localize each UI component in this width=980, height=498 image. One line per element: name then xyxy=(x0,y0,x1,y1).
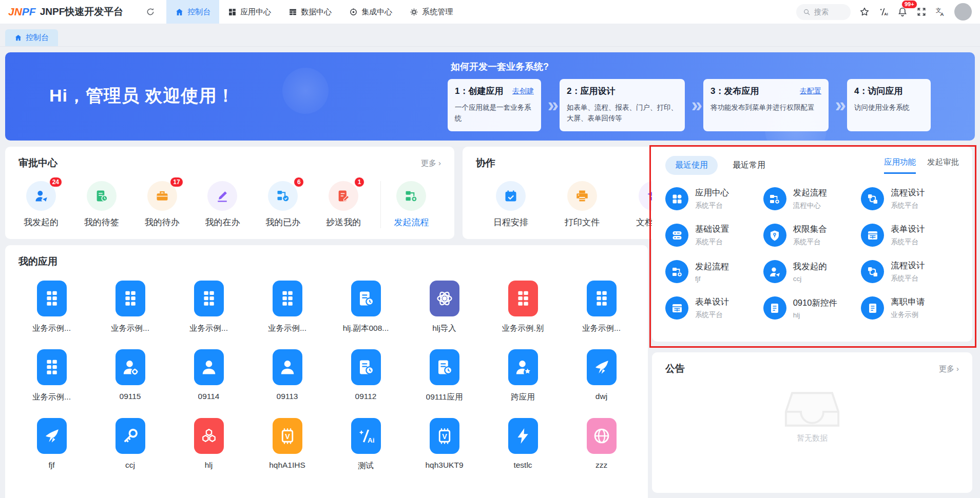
app-tile-fjf[interactable]: fjf xyxy=(12,418,91,471)
nav-item-label: 集成中心 xyxy=(361,7,392,17)
quick-item-icon xyxy=(671,302,683,314)
app-tile-biz-demo-5[interactable]: 业务示例... xyxy=(562,281,641,334)
search-box[interactable] xyxy=(796,4,851,20)
app-tile-label: 业务示例... xyxy=(32,323,71,334)
guide-step-title: 2：应用设计 xyxy=(567,85,615,97)
feature-item-start-flow[interactable]: 发起流程 xyxy=(380,181,442,228)
app-tile-hlj-copy-008[interactable]: hlj.副本008... xyxy=(326,281,405,334)
app-tile-app-09114[interactable]: 09114 xyxy=(169,349,248,403)
nav-item-integration-center[interactable]: 集成中心 xyxy=(340,0,401,24)
app-tile-biz-demo-4[interactable]: 业务示例... xyxy=(248,281,326,334)
quick-item-my-initiated-ccj[interactable]: 我发起的 ccj xyxy=(763,260,861,283)
approval-more-link[interactable]: 更多› xyxy=(421,158,441,168)
nav-item-label: 控制台 xyxy=(187,7,210,17)
app-tile-hqh3UKT9[interactable]: hqh3UKT9 xyxy=(405,418,484,471)
quick-item-app-center[interactable]: 应用中心 系统平台 xyxy=(665,187,763,210)
quick-tab-recently-used[interactable]: 最近使用 xyxy=(665,156,718,175)
app-tile-app-09111[interactable]: 09111应用 xyxy=(405,349,484,403)
nav-item-console[interactable]: 控制台 xyxy=(166,0,219,24)
count-badge: 1 xyxy=(354,177,364,187)
quick-item-subtitle: 系统平台 xyxy=(695,201,729,210)
app-tile-testlc[interactable]: testlc xyxy=(484,418,562,471)
app-tile-app-09112[interactable]: 09112 xyxy=(326,349,405,403)
guide-step: 1：创建应用 去创建 一个应用就是一套业务系统 xyxy=(448,79,541,131)
nav-item-system-management[interactable]: 系统管理 xyxy=(401,0,462,24)
guide-step-link[interactable]: 去配置 xyxy=(800,87,821,96)
feature-item-my-initiated[interactable]: 24 我发起的 xyxy=(17,181,65,228)
approval-center-title: 审批中心 xyxy=(18,156,57,170)
user-avatar[interactable] xyxy=(954,3,972,21)
quick-item-flow-design[interactable]: 流程设计 系统平台 xyxy=(861,187,959,210)
feature-item-my-to-sign[interactable]: 我的待签 xyxy=(78,181,125,228)
search-input[interactable] xyxy=(814,8,844,16)
feature-item-my-todo[interactable]: 17 我的待办 xyxy=(139,181,186,228)
fullscreen-icon[interactable] xyxy=(916,7,927,17)
app-tile-app-09113[interactable]: 09113 xyxy=(248,349,326,403)
app-tile-hlj-import[interactable]: hlj导入 xyxy=(405,281,484,334)
app-tile-dwj[interactable]: dwj xyxy=(562,349,641,403)
quick-item-icon xyxy=(768,193,781,205)
app-tile-icon xyxy=(514,288,532,309)
app-tile-icon xyxy=(435,425,454,447)
guide-step-link[interactable]: 去创建 xyxy=(512,87,534,96)
ai-assistant-icon[interactable] xyxy=(878,7,889,17)
app-tile-label: ccj xyxy=(125,461,135,470)
feature-item-my-done[interactable]: 6 我的已办 xyxy=(259,181,306,228)
nav-item-icon xyxy=(410,8,418,16)
jnpf-logo: JNPF xyxy=(8,6,36,18)
app-tile-ccj[interactable]: ccj xyxy=(91,418,169,471)
nav-item-data-center[interactable]: 数据中心 xyxy=(280,0,340,24)
quick-item-new-control-0910[interactable]: 0910新控件 hlj xyxy=(763,296,861,320)
app-tile-label: 09114 xyxy=(198,392,220,401)
my-apps-title: 我的应用 xyxy=(18,255,57,268)
app-tile-app-09115[interactable]: 09115 xyxy=(91,349,169,403)
app-tile-icon xyxy=(592,425,611,447)
quick-access-panel: 最近使用最近常用 应用功能发起审批 应用中心 系统平台 发起流程 流程中心 流程… xyxy=(652,147,972,342)
favorite-star-icon[interactable] xyxy=(859,7,870,17)
quick-item-basic-settings[interactable]: 基础设置 系统平台 xyxy=(665,224,763,247)
notifications-bell-icon[interactable]: 99+ xyxy=(897,7,908,17)
quick-item-form-design[interactable]: 表单设计 系统平台 xyxy=(861,224,959,247)
app-tile-icon xyxy=(200,356,218,378)
app-tile-biz-demo-3[interactable]: 业务示例... xyxy=(169,281,248,334)
app-tile-cross-app[interactable]: 跨应用 xyxy=(484,349,562,403)
translate-icon[interactable] xyxy=(935,7,946,17)
app-tile-biz-demo-6[interactable]: 业务示例... xyxy=(12,349,91,403)
tab-console[interactable]: 控制台 xyxy=(5,29,58,46)
quick-right-tab-app-functions[interactable]: 应用功能 xyxy=(884,157,916,174)
app-tile-hqhA1IHS[interactable]: hqhA1IHS xyxy=(248,418,326,471)
app-tile-biz-demo-bie[interactable]: 业务示例.别 xyxy=(484,281,562,334)
quick-tab-frequently-used[interactable]: 最近常用 xyxy=(723,156,775,175)
empty-state: 暂无数据 xyxy=(652,389,972,443)
feature-label: 我发起的 xyxy=(24,216,59,228)
app-tile-hlj[interactable]: hlj xyxy=(169,418,248,471)
quick-item-resign-apply[interactable]: 离职申请 业务示例 xyxy=(861,296,959,320)
announcements-more-link[interactable]: 更多› xyxy=(939,364,959,374)
app-tile-label: fjf xyxy=(48,461,54,470)
quick-item-title: 0910新控件 xyxy=(793,297,837,309)
quick-item-flow-design-2[interactable]: 流程设计 系统平台 xyxy=(861,260,959,283)
app-tile-biz-demo-1[interactable]: 业务示例... xyxy=(12,281,91,334)
feature-icon xyxy=(575,189,589,203)
quick-item-start-flow-fjf[interactable]: 发起流程 fjf xyxy=(665,260,763,283)
app-tile-icon xyxy=(200,425,218,447)
feature-label: 抄送我的 xyxy=(326,216,361,228)
app-tile-label: hlj导入 xyxy=(432,323,456,334)
app-tile-label: 业务示例... xyxy=(268,323,306,334)
feature-item-my-in-progress[interactable]: 我的在办 xyxy=(199,181,246,228)
feature-item-schedule[interactable]: 日程安排 xyxy=(487,181,534,228)
app-tile-zzz[interactable]: zzz xyxy=(562,418,641,471)
quick-right-tab-start-approval[interactable]: 发起审批 xyxy=(927,157,959,174)
app-tile-biz-demo-2[interactable]: 业务示例... xyxy=(91,281,169,334)
app-tile-ceshi[interactable]: 测试 xyxy=(326,418,405,471)
quick-item-start-flow[interactable]: 发起流程 流程中心 xyxy=(763,187,861,210)
feature-icon xyxy=(276,189,290,203)
refresh-icon[interactable] xyxy=(146,7,155,16)
quick-item-form-design-2[interactable]: 表单设计 系统平台 xyxy=(665,296,763,320)
nav-item-app-center[interactable]: 应用中心 xyxy=(219,0,280,24)
quick-item-permission-set[interactable]: 权限集合 系统平台 xyxy=(763,224,861,247)
feature-item-cc-to-me[interactable]: 1 抄送我的 xyxy=(320,181,367,228)
feature-item-print-file[interactable]: 打印文件 xyxy=(559,181,606,228)
main-nav: 控制台 应用中心 数据中心 集成中心 系统管理 xyxy=(166,0,462,24)
quick-item-icon xyxy=(867,266,879,278)
